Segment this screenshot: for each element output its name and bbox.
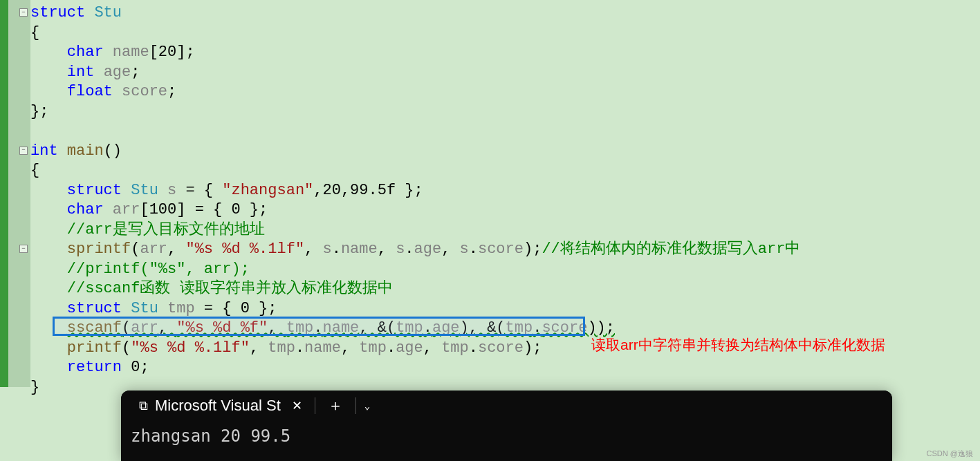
code-line[interactable]: struct Stu tmp = { 0 }; bbox=[30, 299, 800, 319]
terminal-icon: ⧉ bbox=[139, 399, 148, 413]
code-line[interactable]: { bbox=[30, 23, 800, 44]
change-indicator-bar bbox=[0, 0, 8, 387]
watermark: CSDN @逸狼 bbox=[927, 449, 973, 459]
terminal-output[interactable]: zhangsan 20 99.5 bbox=[121, 421, 892, 451]
tab-divider bbox=[315, 397, 315, 414]
code-line[interactable]: char name[20]; bbox=[30, 43, 800, 63]
terminal-tab-bar: ⧉ Microsoft Visual St ✕ ＋ ⌄ bbox=[121, 391, 892, 421]
highlight-box bbox=[53, 317, 585, 336]
code-line[interactable]: char arr[100] = { 0 }; bbox=[30, 200, 800, 220]
code-line[interactable]: return 0; bbox=[30, 358, 800, 378]
code-line[interactable]: { bbox=[30, 161, 800, 181]
terminal-tab[interactable]: ⧉ Microsoft Visual St ✕ bbox=[129, 391, 312, 421]
code-line[interactable]: int age; bbox=[30, 63, 800, 83]
add-tab-button[interactable]: ＋ bbox=[318, 395, 353, 416]
code-line[interactable]: //printf("%s", arr); bbox=[30, 260, 800, 280]
tab-divider bbox=[355, 397, 356, 414]
code-line[interactable] bbox=[30, 122, 800, 142]
editor-gutter bbox=[8, 0, 30, 387]
code-line[interactable]: float score; bbox=[30, 82, 800, 102]
fold-toggle-icon[interactable]: − bbox=[19, 147, 28, 155]
close-icon[interactable]: ✕ bbox=[292, 398, 302, 413]
code-line[interactable]: sprintf(arr, "%s %d %.1lf", s.name, s.ag… bbox=[30, 240, 800, 260]
code-line[interactable]: //sscanf函数 读取字符串并放入标准化数据中 bbox=[30, 279, 800, 299]
fold-toggle-icon[interactable]: − bbox=[19, 8, 28, 17]
code-line[interactable]: //arr是写入目标文件的地址 bbox=[30, 220, 800, 241]
tab-dropdown-icon[interactable]: ⌄ bbox=[359, 400, 376, 412]
terminal-window: ⧉ Microsoft Visual St ✕ ＋ ⌄ zhangsan 20 … bbox=[121, 391, 892, 461]
code-line[interactable]: }; bbox=[30, 102, 800, 122]
code-line[interactable]: struct Stu bbox=[30, 3, 800, 23]
fold-toggle-icon[interactable]: − bbox=[19, 245, 28, 253]
terminal-tab-title: Microsoft Visual St bbox=[155, 397, 281, 415]
code-line[interactable]: struct Stu s = { "zhangsan",20,99.5f }; bbox=[30, 181, 800, 201]
code-line[interactable]: int main() bbox=[30, 142, 800, 162]
annotation-text: 读取arr中字符串并转换为结构体中标准化数据 bbox=[591, 335, 885, 355]
